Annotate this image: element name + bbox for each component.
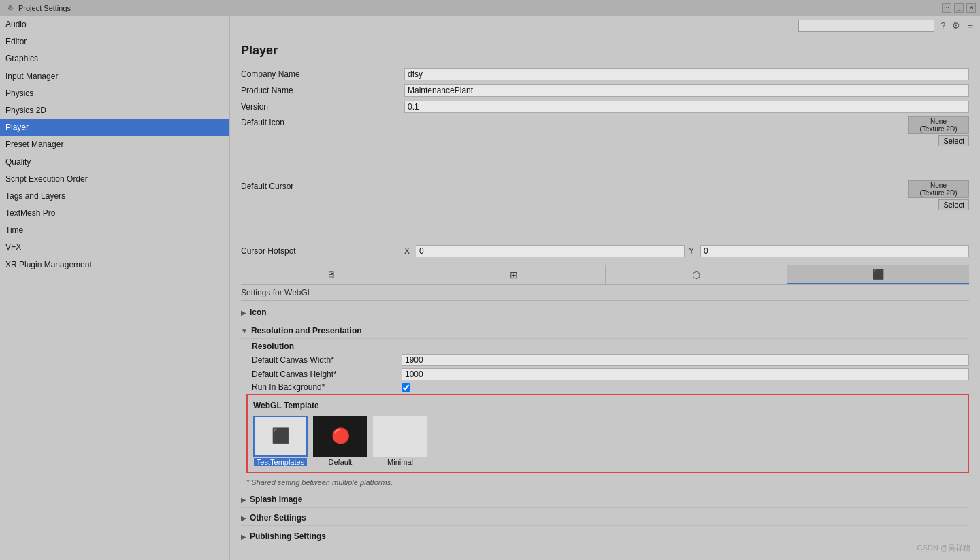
platform-tabs: 🖥 ⊞ ⬡ ⬛ xyxy=(241,265,969,285)
version-row: Version xyxy=(241,100,969,114)
company-name-label: Company Name xyxy=(241,69,404,79)
version-input[interactable] xyxy=(404,101,969,113)
section-other-settings[interactable]: ▶ Other Settings xyxy=(241,510,969,526)
canvas-width-input[interactable] xyxy=(402,354,969,366)
template-thumb-test: ⬛ xyxy=(253,416,308,457)
resolution-subsection: Resolution Default Canvas Width* Default… xyxy=(241,342,969,487)
more-options-btn[interactable]: ⋯ xyxy=(942,3,951,13)
default-icon-label: Default Icon xyxy=(241,116,404,127)
template-test-templates[interactable]: ⬛ TestTemplates xyxy=(253,416,308,466)
sidebar-item-physics[interactable]: Physics xyxy=(0,85,229,102)
splash-image-arrow: ▶ xyxy=(241,496,246,504)
template-thumb-default: 🔴 xyxy=(313,416,368,457)
template-icon-default: 🔴 xyxy=(331,427,350,445)
cursor-hotspot-row: Cursor Hotspot X Y xyxy=(241,244,969,258)
version-label: Version xyxy=(241,102,404,112)
section-icon[interactable]: ▶ Icon xyxy=(241,305,969,320)
canvas-height-label: Default Canvas Height* xyxy=(252,369,402,379)
toolbar: ? ⚙ ≡ xyxy=(230,16,980,35)
app-container: Audio Editor Graphics Input Manager Phys… xyxy=(0,16,980,560)
sidebar-item-player[interactable]: Player xyxy=(0,119,229,136)
section-splash-image[interactable]: ▶ Splash Image xyxy=(241,492,969,508)
default-icon-box: None(Texture 2D) Select xyxy=(908,116,969,146)
search-input[interactable] xyxy=(798,20,934,32)
other-settings-arrow: ▶ xyxy=(241,514,246,522)
product-name-label: Product Name xyxy=(241,86,404,95)
tab-desktop[interactable]: 🖥 xyxy=(241,265,423,284)
close-btn[interactable]: ✕ xyxy=(966,3,976,13)
default-cursor-select-btn[interactable]: Select xyxy=(938,199,969,210)
sidebar-item-editor[interactable]: Editor xyxy=(0,33,229,50)
minimize-btn[interactable]: _ xyxy=(954,3,964,13)
x-label: X xyxy=(404,246,410,256)
run-in-background-label: Run In Background* xyxy=(252,382,402,392)
watermark: CSDN @吴祥稳 xyxy=(917,543,970,553)
company-name-row: Company Name xyxy=(241,67,969,81)
product-name-input[interactable] xyxy=(404,84,969,97)
help-icon[interactable]: ? xyxy=(938,19,947,32)
template-thumb-minimal xyxy=(373,416,427,457)
tab-webgl[interactable]: ⬛ xyxy=(787,265,969,284)
template-default[interactable]: 🔴 Default xyxy=(313,416,368,466)
sidebar-item-time[interactable]: Time xyxy=(0,222,229,239)
sidebar-item-script-execution-order[interactable]: Script Execution Order xyxy=(0,171,229,188)
default-cursor-row: Default Cursor None(Texture 2D) Select xyxy=(241,180,969,210)
default-icon-select-btn[interactable]: Select xyxy=(938,135,969,146)
company-name-input[interactable] xyxy=(404,68,969,80)
title-bar-title: Project Settings xyxy=(18,4,71,12)
other-settings-title: Other Settings xyxy=(250,513,306,523)
sidebar-item-tags-and-layers[interactable]: Tags and Layers xyxy=(0,188,229,205)
title-bar-controls: ⋯ _ ✕ xyxy=(942,3,976,13)
default-cursor-box: None(Texture 2D) Select xyxy=(908,180,969,210)
run-in-background-row: Run In Background* xyxy=(246,382,969,392)
sidebar-item-audio[interactable]: Audio xyxy=(0,16,229,33)
publishing-settings-title: Publishing Settings xyxy=(250,531,326,541)
settings-for: Settings for WebGL xyxy=(241,285,969,301)
content-area: Player Company Name Product Name Version… xyxy=(230,35,980,560)
y-label: Y xyxy=(689,246,694,256)
template-label-test: TestTemplates xyxy=(254,458,307,466)
sidebar-item-vfx[interactable]: VFX xyxy=(0,239,229,256)
icon-section-arrow: ▶ xyxy=(241,309,246,316)
splash-image-title: Splash Image xyxy=(250,495,302,504)
default-icon-row: Default Icon None(Texture 2D) Select xyxy=(241,116,969,146)
publishing-settings-arrow: ▶ xyxy=(241,533,246,540)
resolution-section-title: Resolution and Presentation xyxy=(251,326,362,335)
more-icon[interactable]: ≡ xyxy=(965,19,975,32)
cursor-x-input[interactable] xyxy=(416,245,685,257)
sidebar-item-physics-2d[interactable]: Physics 2D xyxy=(0,102,229,119)
title-bar-icon: ⚙ xyxy=(5,3,15,13)
section-publishing-settings[interactable]: ▶ Publishing Settings xyxy=(241,529,969,544)
resolution-section-arrow: ▼ xyxy=(241,327,248,335)
webgl-template-title: WebGL Template xyxy=(253,401,962,410)
sidebar-item-graphics[interactable]: Graphics xyxy=(0,50,229,67)
run-in-background-checkbox-wrap xyxy=(402,383,410,392)
sidebar-item-xr-plugin-management[interactable]: XR Plugin Management xyxy=(0,257,229,274)
sidebar-item-preset-manager[interactable]: Preset Manager xyxy=(0,136,229,153)
icon-section-title: Icon xyxy=(250,308,267,317)
cursor-y-input[interactable] xyxy=(700,245,969,257)
cursor-hotspot-label: Cursor Hotspot xyxy=(241,246,404,256)
section-resolution[interactable]: ▼ Resolution and Presentation xyxy=(241,323,969,339)
canvas-height-input[interactable] xyxy=(402,368,969,380)
tab-android[interactable]: ⬡ xyxy=(606,265,788,284)
sidebar-item-textmesh-pro[interactable]: TextMesh Pro xyxy=(0,205,229,222)
shared-note: * Shared setting between multiple platfo… xyxy=(246,478,969,487)
template-icon-test: ⬛ xyxy=(272,427,290,445)
canvas-height-row: Default Canvas Height* xyxy=(246,368,969,380)
default-cursor-label: Default Cursor xyxy=(241,180,404,191)
main-content: ? ⚙ ≡ Player Company Name Product Name V… xyxy=(230,16,980,560)
title-bar: ⚙ Project Settings ⋯ _ ✕ xyxy=(0,0,980,16)
settings-icon[interactable]: ⚙ xyxy=(950,19,962,32)
sidebar-item-quality[interactable]: Quality xyxy=(0,154,229,171)
none-texture-label-icon: None(Texture 2D) xyxy=(908,116,969,134)
webgl-template-section: WebGL Template ⬛ TestTemplates 🔴 xyxy=(246,394,969,473)
sidebar: Audio Editor Graphics Input Manager Phys… xyxy=(0,16,230,560)
product-name-row: Product Name xyxy=(241,84,969,97)
run-in-background-checkbox[interactable] xyxy=(402,383,410,392)
resolution-title: Resolution xyxy=(246,342,969,351)
sidebar-item-input-manager[interactable]: Input Manager xyxy=(0,68,229,85)
template-minimal[interactable]: Minimal xyxy=(373,416,427,466)
tab-windows[interactable]: ⊞ xyxy=(423,265,606,284)
template-label-default: Default xyxy=(329,458,353,466)
